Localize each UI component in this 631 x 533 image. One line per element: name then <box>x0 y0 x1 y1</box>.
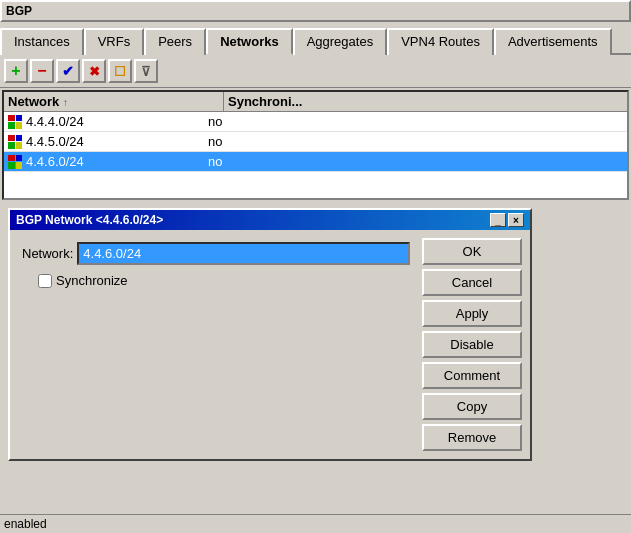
title-bar-label: BGP <box>6 4 32 18</box>
dialog-buttons-panel: OK Cancel Apply Disable Comment Copy Rem… <box>422 238 522 451</box>
table-header: Network ↑ Synchroni... <box>4 92 627 112</box>
network-icon-1 <box>8 115 22 129</box>
status-bar: enabled <box>0 514 631 533</box>
table-row[interactable]: 4.4.6.0/24 no <box>4 152 627 172</box>
tab-vrfs[interactable]: VRFs <box>84 28 145 55</box>
synchronize-label: Synchronize <box>56 273 128 288</box>
apply-button[interactable]: Apply <box>422 300 522 327</box>
ok-button[interactable]: OK <box>422 238 522 265</box>
title-bar: BGP <box>0 0 631 22</box>
bgp-network-dialog: BGP Network <4.4.6.0/24> _ × Network: Sy… <box>8 208 532 461</box>
dialog-title-buttons: _ × <box>490 213 524 227</box>
row-sync-2: no <box>204 132 627 151</box>
tab-bar: Instances VRFs Peers Networks Aggregates… <box>0 22 631 55</box>
tab-networks[interactable]: Networks <box>206 28 293 55</box>
table-row[interactable]: 4.4.5.0/24 no <box>4 132 627 152</box>
tab-vpn4routes[interactable]: VPN4 Routes <box>387 28 494 55</box>
sort-arrow-icon: ↑ <box>63 97 68 108</box>
edit-button[interactable]: ☐ <box>108 59 132 83</box>
tab-advertisements[interactable]: Advertisements <box>494 28 612 55</box>
col-header-sync: Synchroni... <box>224 92 324 111</box>
cancel-dialog-button[interactable]: Cancel <box>422 269 522 296</box>
check-button[interactable]: ✔ <box>56 59 80 83</box>
row-sync-1: no <box>204 112 627 131</box>
synchronize-checkbox[interactable] <box>38 274 52 288</box>
comment-button[interactable]: Comment <box>422 362 522 389</box>
network-field-label: Network: <box>22 246 73 261</box>
tab-aggregates[interactable]: Aggregates <box>293 28 388 55</box>
dialog-body: Network: Synchronize OK Cancel Apply Dis… <box>10 230 530 459</box>
row-network-1: 4.4.4.0/24 <box>4 113 204 130</box>
dialog-title-bar: BGP Network <4.4.6.0/24> _ × <box>10 210 530 230</box>
main-window: BGP Instances VRFs Peers Networks Aggreg… <box>0 0 631 533</box>
copy-button[interactable]: Copy <box>422 393 522 420</box>
row-sync-3: no <box>204 152 627 171</box>
remove-button[interactable]: − <box>30 59 54 83</box>
network-input[interactable] <box>77 242 410 265</box>
col-header-network: Network ↑ <box>4 92 224 111</box>
synchronize-row: Synchronize <box>38 273 410 288</box>
table-row[interactable]: 4.4.4.0/24 no <box>4 112 627 132</box>
network-icon-2 <box>8 135 22 149</box>
cancel-button[interactable]: ✖ <box>82 59 106 83</box>
network-field-row: Network: <box>22 242 410 265</box>
status-text: enabled <box>4 517 47 531</box>
toolbar: + − ✔ ✖ ☐ ⊽ <box>0 55 631 88</box>
network-icon-3 <box>8 155 22 169</box>
filter-button[interactable]: ⊽ <box>134 59 158 83</box>
remove-dialog-button[interactable]: Remove <box>422 424 522 451</box>
close-button[interactable]: × <box>508 213 524 227</box>
add-button[interactable]: + <box>4 59 28 83</box>
dialog-left-panel: Network: Synchronize <box>18 238 414 451</box>
tab-peers[interactable]: Peers <box>144 28 206 55</box>
dialog-title-label: BGP Network <4.4.6.0/24> <box>16 213 163 227</box>
row-network-3: 4.4.6.0/24 <box>4 153 204 170</box>
row-network-2: 4.4.5.0/24 <box>4 133 204 150</box>
minimize-button[interactable]: _ <box>490 213 506 227</box>
network-table: Network ↑ Synchroni... 4.4.4.0/24 no <box>2 90 629 200</box>
disable-button[interactable]: Disable <box>422 331 522 358</box>
tab-instances[interactable]: Instances <box>0 28 84 55</box>
